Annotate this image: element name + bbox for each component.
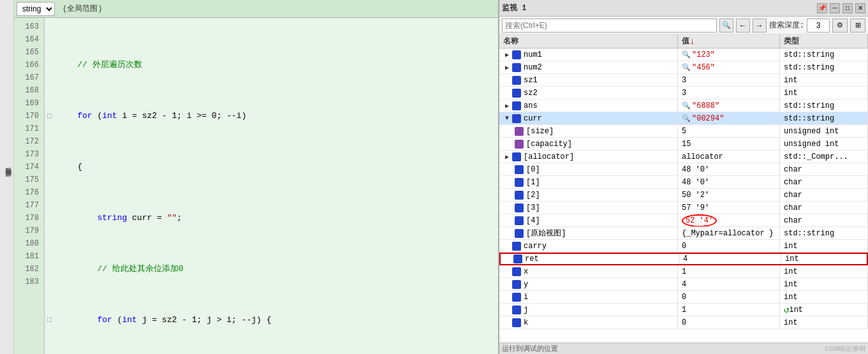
watch-value-k: 0 xyxy=(678,316,780,328)
expand-num1[interactable]: ▶ xyxy=(503,51,511,59)
watch-row-sz2[interactable]: sz2 3 int xyxy=(499,87,868,100)
watch-row-capacity[interactable]: [capacity] 15 unsigned int xyxy=(499,138,868,151)
watch-row-allocator[interactable]: ▶ [allocator] allocator std::_Compr... xyxy=(499,151,868,163)
var-icon-0 xyxy=(515,165,524,174)
watch-table-header: 名称 值 ↓ 类型 xyxy=(499,34,868,48)
watch-value-x: 1 xyxy=(678,265,780,277)
watch-type-i: int xyxy=(780,291,868,303)
watch-value-i: 0 xyxy=(678,291,780,303)
type-selector[interactable]: string int xyxy=(17,2,55,16)
settings-button[interactable]: ⚙ xyxy=(832,18,848,33)
var-icon-num1 xyxy=(512,50,521,59)
var-icon-allocator xyxy=(512,152,521,161)
code-line-165: { xyxy=(47,161,498,173)
line-num-181: 181 xyxy=(17,250,39,263)
line-num-179: 179 xyxy=(17,225,39,237)
line-num-182: 182 xyxy=(17,263,39,276)
watch-row-ans[interactable]: ▶ ans 🔍"6888" std::string xyxy=(499,100,868,112)
minimize-button[interactable]: ─ xyxy=(830,3,840,13)
line-num-165: 165 xyxy=(17,46,39,59)
line-num-173: 173 xyxy=(17,148,39,161)
refresh-icon: ↺ xyxy=(784,304,789,315)
watch-row-raw[interactable]: [原始视图] {_Mypair=allocator } std::string xyxy=(499,227,868,240)
watch-bottom-bar: 运行到调试的位置 CSDN炬起黎明 xyxy=(499,343,868,354)
watch-value-allocator: allocator xyxy=(678,151,780,163)
header-value: 值 ↓ xyxy=(678,34,780,48)
search-icon-num2: 🔍 xyxy=(682,63,691,71)
var-icon-sz2 xyxy=(512,89,521,98)
nav-forward-button[interactable]: → xyxy=(753,18,767,33)
watch-name-4: [4] xyxy=(499,214,678,226)
watch-value-raw: {_Mypair=allocator } xyxy=(678,227,780,239)
scope-label: (全局范围) xyxy=(57,3,107,14)
editor-toolbar: string int (全局范围) xyxy=(14,0,498,18)
watch-name-size: [size] xyxy=(499,125,678,137)
watch-row-size[interactable]: [size] 5 unsigned int xyxy=(499,125,868,138)
watch-row-2[interactable]: [2] 50 '2' char xyxy=(499,189,868,202)
depth-input[interactable] xyxy=(807,18,830,33)
watch-row-carry[interactable]: carry 0 int xyxy=(499,240,868,253)
watch-value-carry: 0 xyxy=(678,240,780,252)
watch-type-raw: std::string xyxy=(780,227,868,239)
left-sidebar: 逻辑断点管理器 xyxy=(0,0,14,354)
watch-type-k: int xyxy=(780,316,868,328)
watch-value-capacity: 15 xyxy=(678,138,780,150)
sidebar-label: 逻辑断点管理器 xyxy=(4,178,13,182)
watch-name-y: y xyxy=(499,278,678,290)
watch-type-allocator: std::_Compr... xyxy=(780,151,868,163)
watch-type-x: int xyxy=(780,265,868,277)
expand-ans[interactable]: ▶ xyxy=(503,102,511,110)
header-type: 类型 xyxy=(780,34,868,48)
watch-type-2: char xyxy=(780,189,868,201)
search-icon-curr: 🔍 xyxy=(682,114,691,122)
watch-name-sz2: sz2 xyxy=(499,87,678,99)
code-lines: // 外层遍历次数 □ for (int i = sz2 - 1; i >= 0… xyxy=(45,18,498,354)
var-icon-3 xyxy=(515,203,524,212)
watch-name-raw: [原始视图] xyxy=(499,227,678,239)
code-line-168: □ for (int j = sz2 - 1; j > i; --j) { xyxy=(47,314,498,327)
watch-value-sz2: 3 xyxy=(678,87,780,99)
line-num-163: 163 xyxy=(17,20,39,33)
watch-type-curr: std::string xyxy=(780,112,868,124)
watch-row-k[interactable]: k 0 int xyxy=(499,316,868,329)
line-num-168: 168 xyxy=(17,84,39,97)
search-button[interactable]: 🔍 xyxy=(719,18,733,33)
nav-back-button[interactable]: ← xyxy=(736,18,750,33)
gutter-164: □ xyxy=(47,110,57,122)
search-input[interactable] xyxy=(502,18,717,33)
watch-row-3[interactable]: [3] 57 '9' char xyxy=(499,202,868,214)
line-num-166: 166 xyxy=(17,59,39,71)
watch-row-1[interactable]: [1] 48 '0' char xyxy=(499,176,868,189)
watch-row-num2[interactable]: ▶ num2 🔍"456" std::string xyxy=(499,61,868,74)
watch-row-4[interactable]: [4] 52 '4' char xyxy=(499,214,868,227)
expand-num2[interactable]: ▶ xyxy=(503,64,511,71)
table-button[interactable]: ⊞ xyxy=(850,18,865,33)
var-icon-j xyxy=(512,306,521,314)
var-icon-num2 xyxy=(512,63,521,72)
expand-allocator[interactable]: ▶ xyxy=(503,153,511,161)
watch-title-bar: 监视 1 📌 ─ □ ✕ xyxy=(499,0,868,17)
var-icon-ret xyxy=(513,254,522,263)
watch-type-sz2: int xyxy=(780,87,868,99)
watch-row-0[interactable]: [0] 48 '0' char xyxy=(499,163,868,176)
watch-name-k: k xyxy=(499,316,678,328)
var-icon-k xyxy=(512,318,521,327)
watch-row-num1[interactable]: ▶ num1 🔍"123" std::string xyxy=(499,48,868,61)
close-button[interactable]: ✕ xyxy=(855,3,865,13)
watch-row-curr[interactable]: ▼ curr 🔍"00294" std::string xyxy=(499,112,868,125)
watch-row-ret[interactable]: ret 4 int xyxy=(499,253,868,265)
watch-row-sz1[interactable]: sz1 3 int xyxy=(499,74,868,87)
watch-value-j: 1 xyxy=(678,304,780,316)
watch-row-y[interactable]: y 4 int xyxy=(499,278,868,291)
watch-row-i[interactable]: i 0 int xyxy=(499,291,868,304)
watch-row-j[interactable]: j 1 ↺ int xyxy=(499,304,868,316)
line-num-177: 177 xyxy=(17,199,39,212)
watch-row-x[interactable]: x 1 int xyxy=(499,265,868,278)
watch-type-ans: std::string xyxy=(780,100,868,112)
watch-value-ans: 🔍"6888" xyxy=(678,100,780,112)
watch-name-0: [0] xyxy=(499,163,678,175)
expand-curr[interactable]: ▼ xyxy=(503,115,511,122)
maximize-button[interactable]: □ xyxy=(842,3,853,13)
pin-button[interactable]: 📌 xyxy=(817,3,827,13)
var-icon-sz1 xyxy=(512,76,521,85)
